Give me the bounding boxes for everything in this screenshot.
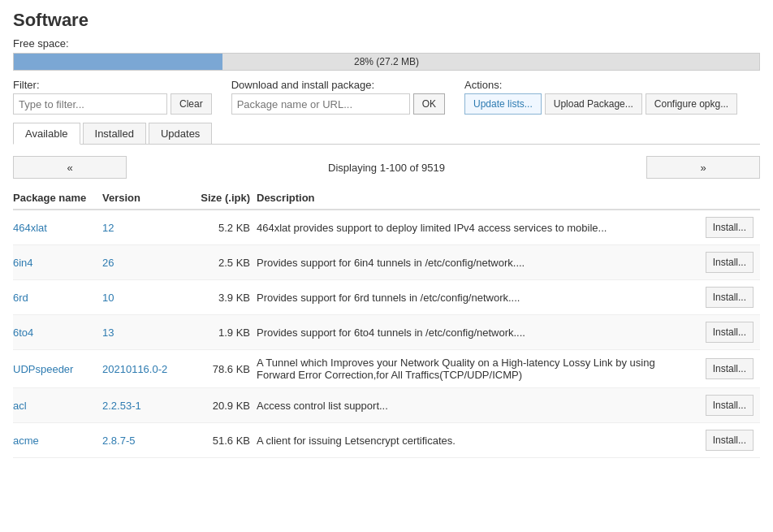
package-action: Install... [687, 315, 760, 350]
install-button[interactable]: Install... [706, 252, 754, 273]
package-name: 6to4 [13, 315, 102, 350]
download-label: Download and install package: [231, 79, 445, 91]
package-action: Install... [687, 245, 760, 280]
package-action: Install... [687, 423, 760, 458]
table-header-row: Package name Version Size (.ipk) Descrip… [13, 187, 760, 210]
install-button[interactable]: Install... [706, 322, 754, 343]
tabs-row: Available Installed Updates [13, 123, 760, 145]
table-row: 464xlat 12 5.2 KB 464xlat provides suppo… [13, 210, 760, 245]
package-description: Provides support for 6in4 tunnels in /et… [257, 245, 687, 280]
table-row: 6in4 26 2.5 KB Provides support for 6in4… [13, 245, 760, 280]
install-button[interactable]: Install... [706, 358, 754, 379]
table-row: 6to4 13 1.9 KB Provides support for 6to4… [13, 315, 760, 350]
download-ok-button[interactable]: OK [413, 93, 445, 115]
package-size: 3.9 KB [192, 280, 257, 315]
package-description: A Tunnel which Improves your Network Qua… [257, 350, 687, 388]
package-size: 20.9 KB [192, 388, 257, 423]
package-name: 464xlat [13, 210, 102, 245]
filter-label: Filter: [13, 79, 212, 91]
page-title: Software [13, 10, 760, 31]
free-space-label: Free space: [13, 37, 760, 50]
upload-package-button[interactable]: Upload Package... [545, 93, 642, 115]
package-size: 78.6 KB [192, 350, 257, 388]
col-header-description: Description [257, 187, 687, 210]
filter-input[interactable] [13, 93, 167, 115]
table-row: 6rd 10 3.9 KB Provides support for 6rd t… [13, 280, 760, 315]
col-header-action [687, 187, 760, 210]
download-input[interactable] [231, 93, 410, 115]
package-name: acl [13, 388, 102, 423]
table-row: acl 2.2.53-1 20.9 KB Access control list… [13, 388, 760, 423]
package-size: 5.2 KB [192, 210, 257, 245]
filter-group: Filter: Clear [13, 79, 212, 115]
install-button[interactable]: Install... [706, 287, 754, 308]
progress-bar-fill [14, 54, 222, 70]
free-space-progress-bar: 28% (27.2 MB) [13, 53, 760, 71]
configure-opkg-button[interactable]: Configure opkg... [646, 93, 737, 115]
progress-bar-text: 28% (27.2 MB) [354, 56, 419, 67]
package-description: Provides support for 6rd tunnels in /etc… [257, 280, 687, 315]
actions-label: Actions: [464, 79, 737, 91]
package-name: 6in4 [13, 245, 102, 280]
table-row: UDPspeeder 20210116.0-2 78.6 KB A Tunnel… [13, 350, 760, 388]
package-action: Install... [687, 350, 760, 388]
package-version: 10 [102, 280, 192, 315]
package-version: 13 [102, 315, 192, 350]
package-description: A client for issuing Letsencrypt certifi… [257, 423, 687, 458]
package-action: Install... [687, 280, 760, 315]
package-name: 6rd [13, 280, 102, 315]
next-page-button[interactable]: » [646, 156, 760, 179]
prev-page-button[interactable]: « [13, 156, 127, 179]
install-button[interactable]: Install... [706, 395, 754, 416]
col-header-size: Size (.ipk) [192, 187, 257, 210]
col-header-version: Version [102, 187, 192, 210]
col-header-name: Package name [13, 187, 102, 210]
package-description: Access control list support... [257, 388, 687, 423]
download-group: Download and install package: OK [231, 79, 445, 115]
update-lists-button[interactable]: Update lists... [464, 93, 542, 115]
package-size: 51.6 KB [192, 423, 257, 458]
package-action: Install... [687, 210, 760, 245]
package-action: Install... [687, 388, 760, 423]
package-version: 12 [102, 210, 192, 245]
package-name: UDPspeeder [13, 350, 102, 388]
package-description: 464xlat provides support to deploy limit… [257, 210, 687, 245]
tab-updates[interactable]: Updates [149, 123, 212, 144]
package-version: 2.2.53-1 [102, 388, 192, 423]
package-version: 20210116.0-2 [102, 350, 192, 388]
clear-button[interactable]: Clear [171, 93, 212, 115]
pagination-info: Displaying 1-100 of 9519 [127, 162, 646, 174]
package-description: Provides support for 6to4 tunnels in /et… [257, 315, 687, 350]
package-size: 1.9 KB [192, 315, 257, 350]
tab-installed[interactable]: Installed [83, 123, 146, 144]
install-button[interactable]: Install... [706, 430, 754, 451]
table-row: acme 2.8.7-5 51.6 KB A client for issuin… [13, 423, 760, 458]
packages-table: Package name Version Size (.ipk) Descrip… [13, 187, 760, 458]
install-button[interactable]: Install... [706, 217, 754, 238]
package-version: 26 [102, 245, 192, 280]
package-name: acme [13, 423, 102, 458]
package-size: 2.5 KB [192, 245, 257, 280]
actions-group: Actions: Update lists... Upload Package.… [464, 79, 737, 115]
pagination-row: « Displaying 1-100 of 9519 » [13, 156, 760, 179]
tab-available[interactable]: Available [13, 123, 80, 145]
package-version: 2.8.7-5 [102, 423, 192, 458]
